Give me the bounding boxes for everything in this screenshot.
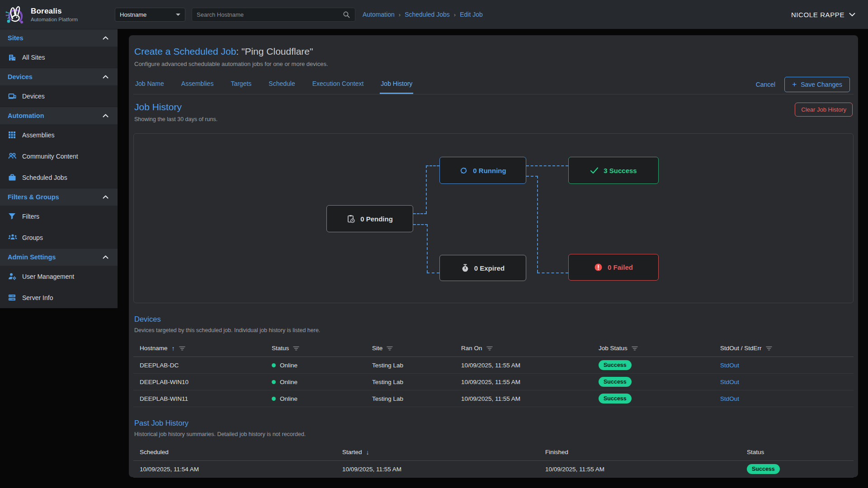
flow-node-label: 0 Pending (360, 215, 393, 223)
sidebar-item-filters[interactable]: Filters (0, 206, 118, 227)
cell-stdout: StdOut (714, 357, 854, 374)
search-hostname-input[interactable] (197, 11, 343, 18)
breadcrumb-automation[interactable]: Automation (363, 11, 395, 18)
sidebar-item-groups[interactable]: Groups (0, 227, 118, 248)
column-header-site[interactable]: Site (366, 340, 455, 357)
flow-node-label: 0 Failed (608, 263, 633, 271)
column-header-finished[interactable]: Finished (539, 444, 741, 461)
filter-icon[interactable] (293, 346, 299, 351)
stdout-link[interactable]: StdOut (720, 395, 739, 402)
tab-schedule[interactable]: Schedule (268, 75, 296, 94)
clipboard-clock-icon (347, 215, 355, 223)
filter-icon[interactable] (179, 346, 185, 351)
filter-icon[interactable] (632, 346, 638, 351)
flow-node-label: 3 Success (604, 167, 637, 174)
column-header-status[interactable]: Status (741, 444, 854, 461)
tab-job-name[interactable]: Job Name (134, 75, 165, 94)
cancel-button[interactable]: Cancel (756, 81, 776, 88)
cell-hostname: DEEPLAB-WIN11 (133, 390, 265, 407)
table-row: DEEPLAB-WIN10 Online Testing Lab 10/09/2… (133, 374, 854, 390)
tab-execution-context[interactable]: Execution Context (311, 75, 365, 94)
sidebar-section-automation[interactable]: Automation (0, 107, 118, 124)
sidebar-item-label: Server Info (22, 294, 53, 301)
column-header-stdout-stderr[interactable]: StdOut / StdErr (714, 340, 854, 357)
clear-job-history-button[interactable]: Clear Job History (795, 103, 853, 117)
flow-node-success: 3 Success (568, 157, 659, 184)
page-title-job-name: : "Ping Cloudflare" (236, 46, 313, 56)
filter-funnel-icon (8, 212, 16, 221)
flow-connector (427, 272, 439, 273)
sidebar-item-scheduled-jobs[interactable]: Scheduled Jobs (0, 167, 118, 188)
search-hostname-box (192, 8, 355, 22)
hostname-filter-select[interactable]: Hostname (115, 8, 185, 22)
sidebar-section-title: Sites (8, 34, 24, 42)
column-label: Status (747, 449, 764, 455)
tab-targets[interactable]: Targets (230, 75, 252, 94)
save-changes-button[interactable]: + Save Changes (784, 77, 850, 92)
sidebar-section-title: Automation (8, 112, 44, 119)
sidebar-item-label: All Sites (22, 54, 45, 61)
column-header-job-status[interactable]: Job Status (592, 340, 714, 357)
sidebar-item-user-management[interactable]: User Management (0, 266, 118, 287)
sidebar-item-server-info[interactable]: Server Info (0, 287, 118, 308)
cell-site: Testing Lab (366, 390, 455, 407)
sidebar-item-label: Groups (22, 234, 43, 241)
status-text: Online (280, 362, 297, 369)
sidebar-section-devices[interactable]: Devices (0, 68, 118, 85)
user-name: NICOLE RAPPE (791, 11, 844, 19)
tab-job-history[interactable]: Job History (380, 75, 413, 94)
filter-icon[interactable] (387, 346, 393, 351)
breadcrumb-scheduled-jobs[interactable]: Scheduled Jobs (405, 11, 450, 18)
chevron-up-icon (103, 255, 108, 259)
tab-bar: Job Name Assemblies Targets Schedule Exe… (133, 75, 854, 94)
cell-site: Testing Lab (366, 357, 455, 374)
column-header-ran-on[interactable]: Ran On (455, 340, 592, 357)
sidebar-section-admin-settings[interactable]: Admin Settings (0, 248, 118, 266)
past-job-history-table: Scheduled Started ↓ Finished Status 10/0… (133, 444, 854, 478)
column-header-scheduled[interactable]: Scheduled (133, 444, 336, 461)
stdout-link[interactable]: StdOut (720, 379, 739, 385)
sidebar-item-community-content[interactable]: Community Content (0, 145, 118, 167)
devices-heading: Devices (134, 315, 853, 324)
hostname-select-value: Hostname (120, 11, 146, 18)
column-label: StdOut / StdErr (720, 345, 762, 352)
breadcrumb: Automation › Scheduled Jobs › Edit Job (363, 11, 483, 18)
sidebar-section-title: Filters & Groups (8, 193, 59, 201)
sidebar-section-title: Devices (8, 73, 33, 80)
devices-icon (8, 92, 16, 100)
plus-icon: + (792, 81, 797, 88)
flow-node-expired: 0 Expired (439, 255, 526, 281)
sort-asc-icon: ↑ (172, 345, 175, 352)
filter-icon[interactable] (486, 346, 493, 351)
chevron-down-icon (849, 13, 855, 17)
status-text: Online (280, 395, 297, 402)
chevron-up-icon (103, 75, 108, 79)
tab-assemblies[interactable]: Assemblies (180, 75, 215, 94)
online-status-dot (272, 380, 276, 384)
column-header-status[interactable]: Status (265, 340, 366, 357)
online-status-dot (272, 363, 276, 367)
sidebar-item-label: User Management (22, 273, 74, 280)
column-header-started[interactable]: Started ↓ (336, 444, 539, 461)
sidebar-item-devices[interactable]: Devices (0, 85, 118, 107)
sidebar-section-sites[interactable]: Sites (0, 29, 118, 47)
devices-table-header: Hostname ↑ Status Site Ran On Job Status (133, 340, 854, 357)
filter-icon[interactable] (766, 346, 772, 351)
page-subtitle: Configure advanced schedulable automatio… (134, 61, 853, 67)
breadcrumb-edit-job[interactable]: Edit Job (460, 11, 483, 18)
flow-connector (413, 213, 427, 214)
sidebar-item-assemblies[interactable]: Assemblies (0, 124, 118, 145)
status-badge: Success (599, 394, 632, 404)
sidebar-item-label: Filters (22, 213, 39, 220)
breadcrumb-separator-icon: › (399, 11, 401, 18)
building-icon (8, 53, 16, 61)
column-label: Status (272, 345, 289, 352)
sidebar-item-all-sites[interactable]: All Sites (0, 47, 118, 68)
job-status-flow-diagram: 0 Pending 0 Running 3 Success (133, 133, 854, 303)
search-icon[interactable] (343, 11, 350, 19)
sidebar-section-filters-groups[interactable]: Filters & Groups (0, 188, 118, 206)
chevron-up-icon (103, 114, 108, 117)
stdout-link[interactable]: StdOut (720, 362, 739, 369)
column-header-hostname[interactable]: Hostname ↑ (133, 340, 265, 357)
user-menu[interactable]: NICOLE RAPPE (791, 11, 855, 19)
